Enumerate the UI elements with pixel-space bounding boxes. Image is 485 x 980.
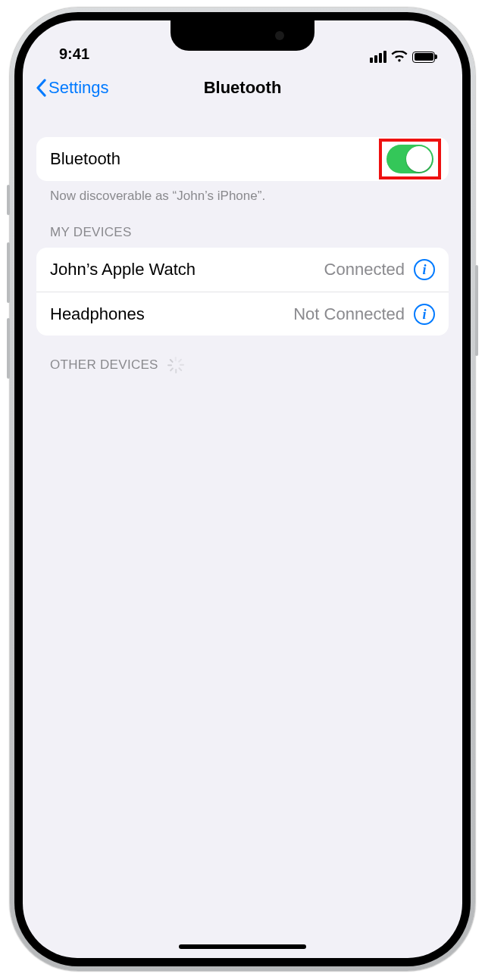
device-name: Headphones (50, 304, 293, 324)
notch (171, 20, 314, 51)
bluetooth-toggle-card: Bluetooth (36, 137, 449, 181)
side-button-volume-down (7, 318, 10, 379)
toggle-switch-on (386, 145, 433, 173)
side-button-power (475, 265, 478, 356)
other-devices-label: OTHER DEVICES (50, 357, 158, 373)
screen: 9:41 Settings Bluetooth (23, 20, 462, 958)
device-name: John’s Apple Watch (50, 260, 324, 279)
my-devices-header: MY DEVICES (36, 204, 449, 248)
info-icon[interactable]: i (414, 259, 435, 280)
battery-icon (412, 51, 435, 63)
info-icon[interactable]: i (414, 304, 435, 325)
device-row[interactable]: Headphones Not Connected i (36, 292, 449, 336)
discoverable-text: Now discoverable as “John’s iPhone”. (36, 181, 449, 204)
device-status: Connected (324, 260, 405, 279)
back-button[interactable]: Settings (35, 78, 109, 98)
side-button-volume-up (7, 242, 10, 303)
back-label: Settings (48, 78, 109, 98)
bluetooth-toggle[interactable] (385, 143, 435, 175)
bluetooth-toggle-row: Bluetooth (36, 137, 449, 181)
bluetooth-label: Bluetooth (50, 149, 385, 169)
wifi-icon (391, 51, 408, 63)
home-indicator[interactable] (179, 944, 306, 949)
spinner-icon (167, 357, 184, 373)
status-time: 9:41 (59, 45, 89, 63)
device-row[interactable]: John’s Apple Watch Connected i (36, 248, 449, 292)
nav-bar: Settings Bluetooth (23, 64, 462, 111)
side-button-silent (7, 185, 10, 215)
phone-frame: 9:41 Settings Bluetooth (10, 8, 475, 971)
my-devices-list: John’s Apple Watch Connected i Headphone… (36, 248, 449, 336)
cellular-icon (370, 51, 386, 63)
device-status: Not Connected (293, 304, 405, 324)
other-devices-header: OTHER DEVICES (36, 336, 449, 381)
chevron-left-icon (35, 79, 47, 97)
